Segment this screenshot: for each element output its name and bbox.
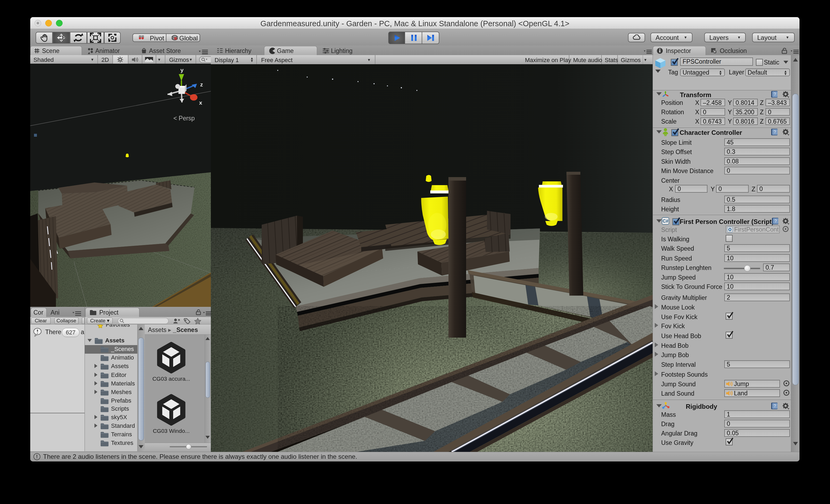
svg-text:x: x	[199, 100, 202, 106]
svg-text:y: y	[180, 67, 184, 73]
svg-text:?: ?	[774, 92, 776, 97]
svg-text:?: ?	[774, 130, 776, 134]
svg-text:< Persp: < Persp	[173, 115, 195, 122]
svg-text:C#: C#	[663, 219, 668, 224]
svg-text:?: ?	[775, 219, 777, 223]
svg-text:z: z	[200, 81, 203, 88]
svg-text:?: ?	[774, 404, 776, 408]
